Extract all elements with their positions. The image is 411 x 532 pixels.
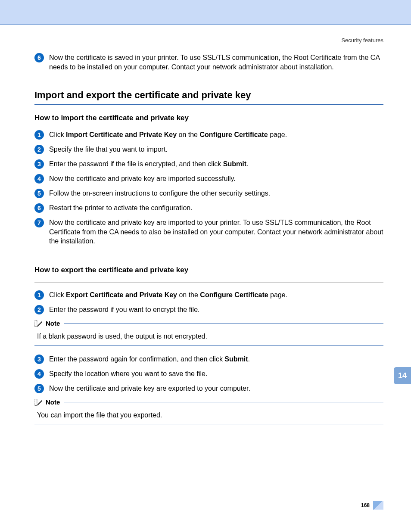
export-step-5: 5 Now the certificate and private key ar… [34, 384, 383, 393]
step-number-icon: 5 [34, 384, 44, 393]
note-rule-bottom [34, 345, 383, 346]
top-band [0, 0, 411, 25]
dog-ear-icon [373, 501, 383, 510]
text-frag: Enter the password if the file is encryp… [49, 160, 223, 168]
export-step-4: 4 Specify the location where you want to… [34, 369, 383, 379]
text-frag: page. [268, 291, 287, 299]
export-step-3: 3 Enter the password again for confirmat… [34, 355, 383, 364]
step-text: Specify the file that you want to import… [49, 145, 383, 154]
note-rule [64, 323, 383, 324]
step-number-icon: 4 [34, 369, 44, 379]
note-rule [64, 402, 383, 402]
import-step-6: 6 Restart the printer to activate the co… [34, 203, 383, 213]
section-rule [34, 104, 383, 105]
step-text: Now the certificate and private key are … [49, 218, 383, 246]
svg-rect-1 [35, 399, 37, 405]
svg-rect-0 [35, 320, 37, 327]
text-bold: Export Certificate and Private Key [66, 291, 177, 299]
import-step-4: 4 Now the certificate and private key ar… [34, 174, 383, 184]
step-text: Now the certificate and private key are … [49, 384, 383, 393]
note-block-1: Note If a blank password is used, the ou… [34, 320, 383, 346]
import-step-1: 1 Click Import Certificate and Private K… [34, 130, 383, 140]
text-frag: Click [49, 291, 66, 299]
note-body: If a blank password is used, the output … [34, 329, 383, 345]
text-bold: Import Certificate and Private Key [66, 131, 177, 138]
export-step-2: 2 Enter the password if you want to encr… [34, 305, 383, 314]
text-bold: Submit [224, 355, 248, 363]
import-step-7: 7 Now the certificate and private key ar… [34, 218, 383, 246]
page-number-wrap: 168 [361, 501, 383, 510]
text-bold: Submit [223, 160, 246, 168]
step-number-icon: 6 [34, 53, 44, 62]
step-number-icon: 7 [34, 218, 44, 227]
text-bold: Configure Certificate [199, 131, 268, 138]
step-text: Restart the printer to activate the conf… [49, 203, 383, 213]
import-step-3: 3 Enter the password if the file is encr… [34, 159, 383, 169]
step-text: Follow the on-screen instructions to con… [49, 189, 383, 198]
step-text: Click Export Certificate and Private Key… [49, 290, 383, 300]
step-text: Enter the password again for confirmatio… [49, 355, 383, 364]
export-subheading: How to export the certificate and privat… [34, 266, 383, 274]
step-number-icon: 1 [34, 130, 44, 140]
step-number-icon: 4 [34, 174, 44, 184]
note-label: Note [46, 320, 60, 327]
note-rule-bottom [34, 424, 383, 424]
step-number-icon: 2 [34, 305, 44, 314]
note-label: Note [46, 398, 60, 406]
step-number-icon: 3 [34, 355, 44, 364]
intro-step: 6 Now the certificate is saved in your p… [34, 53, 383, 72]
step-text: Enter the password if the file is encryp… [49, 159, 383, 169]
text-bold: Configure Certificate [200, 291, 268, 299]
step-number-icon: 6 [34, 203, 44, 213]
import-step-5: 5 Follow the on-screen instructions to c… [34, 189, 383, 198]
text-frag: Enter the password again for confirmatio… [49, 355, 224, 363]
text-frag: . [246, 160, 248, 168]
section-rule-grey [34, 282, 383, 283]
section-heading: Import and export the certificate and pr… [34, 90, 383, 101]
step-text: Specify the location where you want to s… [49, 369, 383, 379]
text-frag: . [248, 355, 250, 363]
step-text: Now the certificate and private key are … [49, 174, 383, 184]
step-text: Now the certificate is saved in your pri… [49, 53, 383, 72]
note-pencil-icon [34, 398, 43, 406]
import-subheading: How to import the certificate and privat… [34, 114, 383, 122]
text-frag: Click [49, 131, 66, 138]
text-frag: page. [268, 131, 287, 138]
text-frag: on the [177, 131, 199, 138]
step-text: Click Import Certificate and Private Key… [49, 130, 383, 140]
step-number-icon: 2 [34, 145, 44, 154]
note-body: You can import the file that you exporte… [34, 408, 383, 424]
step-text: Enter the password if you want to encryp… [49, 305, 383, 314]
page-number: 168 [361, 502, 370, 508]
export-step-1: 1 Click Export Certificate and Private K… [34, 290, 383, 300]
note-pencil-icon [34, 320, 43, 327]
step-number-icon: 1 [34, 290, 44, 300]
chapter-tab[interactable]: 14 [394, 367, 411, 384]
text-frag: on the [177, 291, 200, 299]
step-number-icon: 3 [34, 159, 44, 169]
page-content: 6 Now the certificate is saved in your p… [0, 44, 411, 424]
note-block-2: Note You can import the file that you ex… [34, 398, 383, 425]
step-number-icon: 5 [34, 189, 44, 198]
header-breadcrumb: Security features [0, 25, 411, 44]
import-step-2: 2 Specify the file that you want to impo… [34, 145, 383, 154]
